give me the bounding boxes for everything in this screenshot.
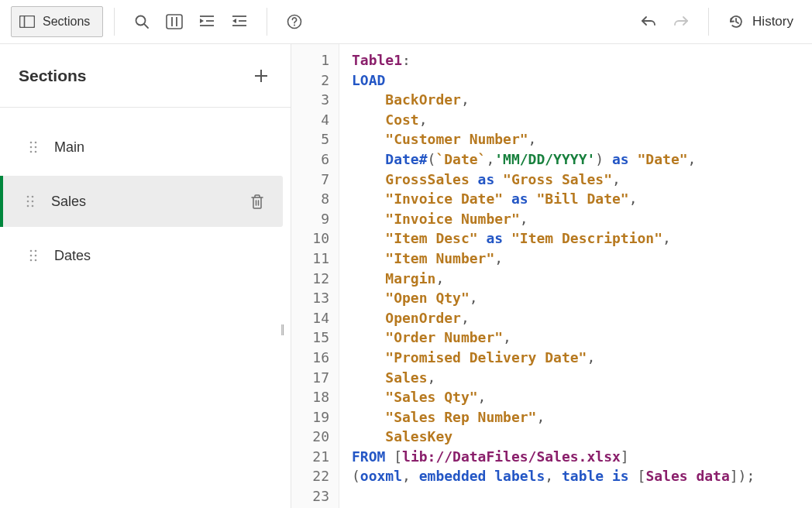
add-section-button[interactable] [250,65,272,87]
history-label: History [752,14,793,29]
comment-toggle-button[interactable] [158,6,191,37]
code-line[interactable]: (ooxml, embedded labels, table is [Sales… [352,466,812,486]
svg-point-37 [30,259,33,262]
redo-icon [673,15,690,29]
svg-point-36 [35,255,37,257]
outdent-button[interactable] [223,6,256,37]
section-item-label: Dates [54,248,264,264]
line-number[interactable]: 5 [291,129,329,149]
line-number[interactable]: 14 [291,308,329,328]
line-number[interactable]: 20 [291,427,329,447]
drag-handle-icon[interactable] [26,194,34,208]
search-icon [134,14,150,29]
line-number[interactable]: 22 [291,466,329,486]
code-line[interactable]: "Order Number", [352,328,812,348]
undo-button[interactable] [632,6,665,37]
section-list: MainSalesDates [0,108,291,284]
svg-point-26 [32,196,34,198]
line-number[interactable]: 11 [291,249,329,269]
line-number[interactable]: 8 [291,189,329,209]
history-icon [728,13,745,30]
svg-point-29 [27,205,29,208]
svg-point-38 [35,259,37,262]
code-line[interactable]: "Invoice Number", [352,209,812,229]
line-number[interactable]: 3 [291,90,329,110]
line-number[interactable]: 1 [291,50,329,70]
redo-button [665,6,697,37]
undo-icon [640,15,657,29]
svg-point-14 [294,25,295,26]
line-number[interactable]: 6 [291,149,329,170]
code-line[interactable]: Margin, [352,269,812,289]
outdent-icon [231,15,248,29]
code-line[interactable]: "Open Qty", [352,288,812,308]
code-line[interactable]: Date#(`Date`,'MM/DD/YYYY') as "Date", [352,149,812,170]
help-button[interactable] [278,6,311,37]
separator [114,8,115,36]
history-button[interactable]: History [720,6,801,37]
section-item-sales[interactable]: Sales [0,176,283,227]
sidebar-title: Sections [19,67,87,85]
code-line[interactable]: "Promised Delivery Date", [352,348,812,368]
line-number[interactable]: 15 [291,328,329,348]
code-line[interactable]: OpenOrder, [352,308,812,328]
line-number[interactable]: 16 [291,348,329,368]
drag-handle-icon[interactable] [29,249,37,263]
sidebar-header: Sections [0,44,291,108]
svg-point-34 [35,250,37,252]
comment-icon [166,14,183,29]
code-area[interactable]: Table1:LOAD BackOrder, Cost, "Customer N… [339,44,812,508]
separator [267,8,267,36]
code-line[interactable]: LOAD [352,70,812,91]
delete-section-button[interactable] [250,194,264,209]
help-icon [287,14,302,29]
search-button[interactable] [126,6,158,37]
code-line[interactable]: "Customer Number", [352,129,812,149]
code-line[interactable]: "Sales Rep Number", [352,407,812,427]
svg-point-27 [27,201,29,203]
section-item-dates[interactable]: Dates [8,230,283,281]
svg-point-28 [32,201,34,203]
indent-button[interactable] [191,6,223,37]
line-number[interactable]: 21 [291,447,329,467]
line-number[interactable]: 9 [291,209,329,229]
svg-point-22 [35,151,37,153]
svg-point-21 [30,151,33,153]
script-editor[interactable]: 1234567891011121314151617181920212223 Ta… [291,44,812,508]
svg-point-18 [35,142,37,144]
code-line[interactable]: GrossSales as "Gross Sales", [352,170,812,190]
code-line[interactable]: Cost, [352,110,812,130]
code-line[interactable] [352,486,812,506]
svg-point-30 [32,205,34,208]
code-line[interactable]: BackOrder, [352,90,812,110]
section-item-label: Main [54,139,264,156]
separator [708,8,709,36]
drag-handle-icon[interactable] [29,140,37,154]
line-number[interactable]: 13 [291,288,329,308]
code-line[interactable]: Table1: [352,50,812,70]
plus-icon [253,68,269,84]
line-number[interactable]: 10 [291,228,329,249]
indent-icon [198,15,215,29]
line-number[interactable]: 19 [291,407,329,427]
line-number[interactable]: 23 [291,486,329,506]
code-line[interactable]: "Item Desc" as "Item Description", [352,228,812,249]
code-line[interactable]: "Item Number", [352,249,812,269]
line-number[interactable]: 7 [291,170,329,190]
code-line[interactable]: FROM [lib://DataFiles/Sales.xlsx] [352,447,812,467]
svg-point-17 [30,142,33,144]
code-line[interactable]: "Invoice Date" as "Bill Date", [352,189,812,209]
section-item-main[interactable]: Main [8,122,283,173]
svg-point-19 [30,146,33,149]
code-line[interactable]: SalesKey [352,427,812,447]
line-number[interactable]: 17 [291,368,329,388]
code-line[interactable]: Sales, [352,368,812,388]
sections-toggle-label: Sections [43,15,90,29]
line-number[interactable]: 18 [291,387,329,407]
line-number[interactable]: 2 [291,70,329,91]
line-number[interactable]: 12 [291,269,329,289]
sections-toggle-button[interactable]: Sections [11,6,103,37]
toolbar: Sections History [0,0,812,44]
code-line[interactable]: "Sales Qty", [352,387,812,407]
line-number[interactable]: 4 [291,110,329,130]
